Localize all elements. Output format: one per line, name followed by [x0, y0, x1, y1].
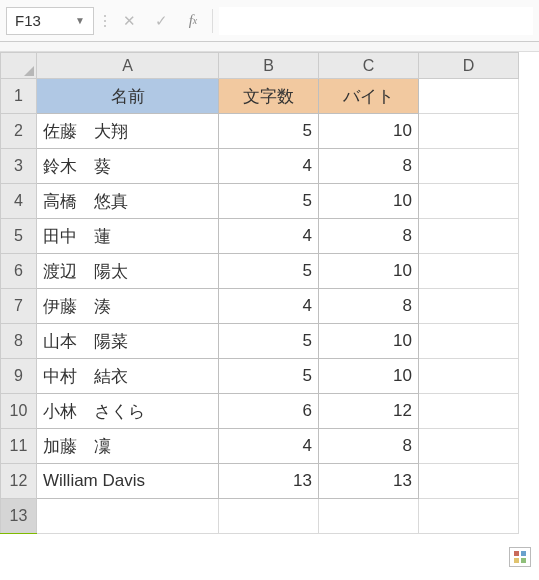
grid-row: 2佐藤 大翔510 — [1, 114, 519, 149]
cell-B8[interactable]: 5 — [219, 324, 319, 359]
col-head-b[interactable]: B — [219, 53, 319, 79]
cell-C8[interactable]: 10 — [319, 324, 419, 359]
cell-C2[interactable]: 10 — [319, 114, 419, 149]
grid-row: 9中村 結衣510 — [1, 359, 519, 394]
cell-C1[interactable]: バイト — [319, 79, 419, 114]
divider — [212, 9, 213, 33]
row-head-11[interactable]: 11 — [1, 429, 37, 464]
row-head-5[interactable]: 5 — [1, 219, 37, 254]
formula-input[interactable] — [219, 7, 533, 35]
cell-A13[interactable] — [37, 499, 219, 534]
row-head-8[interactable]: 8 — [1, 324, 37, 359]
cell-B5[interactable]: 4 — [219, 219, 319, 254]
row-head-6[interactable]: 6 — [1, 254, 37, 289]
cell-C11[interactable]: 8 — [319, 429, 419, 464]
quick-analysis-button[interactable] — [509, 547, 531, 567]
grid-row: 4高橋 悠真510 — [1, 184, 519, 219]
grid-row: 7伊藤 湊48 — [1, 289, 519, 324]
cell-B7[interactable]: 4 — [219, 289, 319, 324]
col-head-a[interactable]: A — [37, 53, 219, 79]
row-head-7[interactable]: 7 — [1, 289, 37, 324]
cell-D13[interactable] — [419, 499, 519, 534]
cell-D5[interactable] — [419, 219, 519, 254]
cell-C7[interactable]: 8 — [319, 289, 419, 324]
cell-D10[interactable] — [419, 394, 519, 429]
cell-A4[interactable]: 高橋 悠真 — [37, 184, 219, 219]
cell-B1[interactable]: 文字数 — [219, 79, 319, 114]
cell-A10[interactable]: 小林 さくら — [37, 394, 219, 429]
cell-A9[interactable]: 中村 結衣 — [37, 359, 219, 394]
cell-D4[interactable] — [419, 184, 519, 219]
enter-formula-button[interactable]: ✓ — [148, 8, 174, 34]
row-head-1[interactable]: 1 — [1, 79, 37, 114]
cell-D11[interactable] — [419, 429, 519, 464]
cell-D9[interactable] — [419, 359, 519, 394]
cell-A6[interactable]: 渡辺 陽太 — [37, 254, 219, 289]
cell-D3[interactable] — [419, 149, 519, 184]
grid-row: 6渡辺 陽太510 — [1, 254, 519, 289]
formula-bar: F13 ▼ ✕ ✓ fx — [0, 0, 539, 42]
row-head-2[interactable]: 2 — [1, 114, 37, 149]
name-box[interactable]: F13 ▼ — [6, 7, 94, 35]
name-box-value: F13 — [15, 10, 41, 32]
spreadsheet-grid[interactable]: A B C D 1名前文字数バイト2佐藤 大翔5103鈴木 葵484高橋 悠真5… — [0, 52, 519, 534]
cell-D6[interactable] — [419, 254, 519, 289]
worksheet-area[interactable]: A B C D 1名前文字数バイト2佐藤 大翔5103鈴木 葵484高橋 悠真5… — [0, 42, 539, 580]
cell-B12[interactable]: 13 — [219, 464, 319, 499]
grid-row: 3鈴木 葵48 — [1, 149, 519, 184]
cell-A12[interactable]: William Davis — [37, 464, 219, 499]
row-head-4[interactable]: 4 — [1, 184, 37, 219]
grid-row: 13 — [1, 499, 519, 534]
cancel-formula-button[interactable]: ✕ — [116, 8, 142, 34]
cell-D8[interactable] — [419, 324, 519, 359]
cell-C13[interactable] — [319, 499, 419, 534]
row-head-3[interactable]: 3 — [1, 149, 37, 184]
cell-A1[interactable]: 名前 — [37, 79, 219, 114]
cell-D2[interactable] — [419, 114, 519, 149]
cell-D7[interactable] — [419, 289, 519, 324]
cell-A11[interactable]: 加藤 凜 — [37, 429, 219, 464]
fb-separator-icon — [100, 15, 110, 27]
grid-row: 5田中 蓮48 — [1, 219, 519, 254]
cell-B10[interactable]: 6 — [219, 394, 319, 429]
cell-C3[interactable]: 8 — [319, 149, 419, 184]
grid-row: 8山本 陽菜510 — [1, 324, 519, 359]
row-head-13[interactable]: 13 — [1, 499, 37, 534]
cell-A3[interactable]: 鈴木 葵 — [37, 149, 219, 184]
cell-A2[interactable]: 佐藤 大翔 — [37, 114, 219, 149]
grid-row: 12William Davis1313 — [1, 464, 519, 499]
cell-B11[interactable]: 4 — [219, 429, 319, 464]
cell-C12[interactable]: 13 — [319, 464, 419, 499]
cell-B9[interactable]: 5 — [219, 359, 319, 394]
cell-A5[interactable]: 田中 蓮 — [37, 219, 219, 254]
cell-A8[interactable]: 山本 陽菜 — [37, 324, 219, 359]
sheet-top-edge — [0, 42, 539, 52]
col-head-c[interactable]: C — [319, 53, 419, 79]
col-head-d[interactable]: D — [419, 53, 519, 79]
cell-A7[interactable]: 伊藤 湊 — [37, 289, 219, 324]
grid-row: 10小林 さくら612 — [1, 394, 519, 429]
cell-C6[interactable]: 10 — [319, 254, 419, 289]
insert-function-button[interactable]: fx — [180, 8, 206, 34]
cell-B6[interactable]: 5 — [219, 254, 319, 289]
grid-row: 11加藤 凜48 — [1, 429, 519, 464]
cell-C9[interactable]: 10 — [319, 359, 419, 394]
cell-B4[interactable]: 5 — [219, 184, 319, 219]
cell-C4[interactable]: 10 — [319, 184, 419, 219]
cell-C10[interactable]: 12 — [319, 394, 419, 429]
cell-C5[interactable]: 8 — [319, 219, 419, 254]
cell-D1[interactable] — [419, 79, 519, 114]
cell-D12[interactable] — [419, 464, 519, 499]
row-head-12[interactable]: 12 — [1, 464, 37, 499]
cell-B2[interactable]: 5 — [219, 114, 319, 149]
chevron-down-icon: ▼ — [75, 10, 85, 32]
select-all-corner[interactable] — [1, 53, 37, 79]
grid-row: 1名前文字数バイト — [1, 79, 519, 114]
cell-B3[interactable]: 4 — [219, 149, 319, 184]
cell-B13[interactable] — [219, 499, 319, 534]
row-head-10[interactable]: 10 — [1, 394, 37, 429]
row-head-9[interactable]: 9 — [1, 359, 37, 394]
